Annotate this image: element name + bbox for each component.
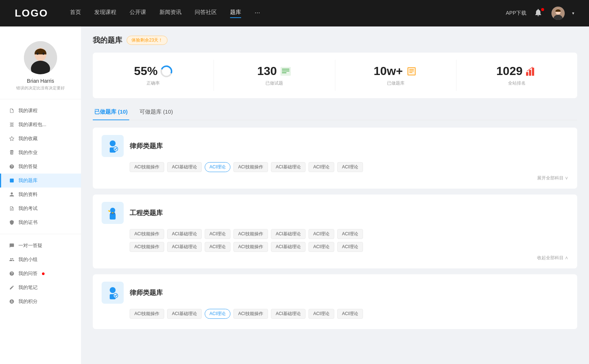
tab-done[interactable]: 已做题库 (10) — [93, 106, 129, 120]
tab-available[interactable]: 可做题库 (10) — [138, 106, 174, 120]
stat-value-rank: 1029 — [496, 64, 522, 78]
sidebar-label-my-favorites: 我的收藏 — [18, 135, 38, 142]
tag-eng-3[interactable]: ACI技能操作 — [233, 229, 268, 239]
tag-lawyer-2-1[interactable]: ACI基础理论 — [167, 309, 202, 319]
stat-label-done-s: 已做题库 — [387, 80, 405, 86]
tags-row-lawyer-1: ACI技能操作 ACI基础理论 ACI理论 ACI技能操作 ACI基础理论 AC… — [102, 162, 568, 172]
my-packages-icon — [9, 122, 15, 128]
tag-eng-0[interactable]: ACI技能操作 — [130, 229, 164, 239]
answer-badge — [42, 272, 45, 275]
svg-rect-22 — [532, 68, 534, 76]
layout: Brian Harris 错误的决定比没有决定要好 我的课程 我的课程包... … — [0, 26, 589, 364]
sidebar-item-my-packages[interactable]: 我的课程包... — [0, 118, 81, 132]
sidebar-item-my-qa[interactable]: 我的答疑 — [0, 160, 81, 174]
stats-row: 55% 正确率 130 — [93, 53, 577, 98]
sidebar-item-my-homework[interactable]: 我的作业 — [0, 146, 81, 160]
tag-lawyer-1-3[interactable]: ACI技能操作 — [233, 162, 268, 172]
star-icon — [9, 136, 15, 142]
tag-eng-1[interactable]: ACI基础理论 — [167, 229, 202, 239]
sidebar-item-my-answers[interactable]: 我的问答 — [0, 267, 81, 281]
stat-value-correctness: 55% — [134, 64, 158, 78]
question-tabs: 已做题库 (10) 可做题库 (10) — [93, 106, 577, 120]
stat-done-questions: 130 已做试题 — [214, 60, 335, 91]
tag-lawyer-1-0[interactable]: ACI技能操作 — [130, 162, 164, 172]
user-menu-chevron[interactable]: ▾ — [572, 11, 574, 16]
sidebar-item-my-certs[interactable]: 我的证书 — [0, 215, 81, 229]
nav-news[interactable]: 新闻资讯 — [159, 9, 181, 18]
sidebar-item-my-courses[interactable]: 我的课程 — [0, 104, 81, 118]
tag-eng-r2-1[interactable]: ACI基础理论 — [167, 242, 202, 252]
tag-lawyer-2-4[interactable]: ACI基础理论 — [271, 309, 306, 319]
sidebar-item-my-points[interactable]: 我的积分 — [0, 295, 81, 308]
tag-lawyer-2-5[interactable]: ACI理论 — [308, 309, 334, 319]
sidebar-label-my-notes: 我的笔记 — [18, 284, 38, 291]
nav-home[interactable]: 首页 — [70, 9, 81, 18]
nav-questions[interactable]: 题库 — [230, 9, 241, 18]
questions-icon — [9, 178, 15, 183]
sidebar-label-my-exams: 我的考试 — [18, 205, 38, 212]
stat-label-correctness: 正确率 — [147, 80, 160, 86]
sidebar-item-one-on-one[interactable]: 一对一答疑 — [0, 239, 81, 253]
stat-correctness: 55% 正确率 — [93, 60, 214, 91]
tag-lawyer-1-2[interactable]: ACI理论 — [205, 162, 230, 172]
nav-open-course[interactable]: 公开课 — [130, 9, 146, 18]
notification-bell[interactable] — [534, 8, 544, 18]
svg-point-26 — [110, 208, 115, 213]
sidebar-label-my-profile: 我的资料 — [18, 191, 38, 198]
sidebar-divider-1 — [0, 99, 81, 99]
sidebar-label-my-certs: 我的证书 — [18, 219, 38, 226]
app-download-link[interactable]: APP下载 — [506, 10, 526, 17]
tag-eng-2[interactable]: ACI理论 — [205, 229, 230, 239]
sidebar-item-my-favorites[interactable]: 我的收藏 — [0, 132, 81, 146]
trial-badge: 体验剩余23天！ — [127, 36, 167, 45]
user-avatar[interactable] — [551, 7, 565, 20]
tag-eng-r2-6[interactable]: ACI理论 — [337, 242, 363, 252]
nav-discover[interactable]: 发现课程 — [94, 9, 116, 18]
tag-eng-5[interactable]: ACI理论 — [308, 229, 334, 239]
tag-lawyer-2-3[interactable]: ACI技能操作 — [233, 309, 268, 319]
ranking-icon — [525, 65, 537, 77]
category-card-lawyer-2: 律师类题库 ACI技能操作 ACI基础理论 ACI理论 ACI技能操作 ACI基… — [93, 274, 577, 329]
category-card-engineer: 工程类题库 ACI技能操作 ACI基础理论 ACI理论 ACI技能操作 ACI基… — [93, 195, 577, 268]
sidebar-item-my-profile[interactable]: 我的资料 — [0, 188, 81, 201]
tag-lawyer-2-2[interactable]: ACI理论 — [205, 309, 230, 319]
tag-lawyer-1-4[interactable]: ACI基础理论 — [271, 162, 306, 172]
profile-icon — [9, 192, 15, 197]
stat-value-done-s: 10w+ — [374, 64, 403, 78]
sidebar-item-my-notes[interactable]: 我的笔记 — [0, 281, 81, 295]
tag-eng-r2-2[interactable]: ACI理论 — [205, 242, 230, 252]
tag-eng-r2-3[interactable]: ACI技能操作 — [233, 242, 268, 252]
svg-point-23 — [110, 140, 116, 146]
profile-name: Brian Harris — [27, 78, 54, 84]
tag-lawyer-2-0[interactable]: ACI技能操作 — [130, 309, 164, 319]
tag-lawyer-2-6[interactable]: ACI理论 — [337, 309, 363, 319]
lawyer-icon-2 — [102, 282, 124, 304]
homework-icon — [9, 150, 15, 156]
answers-icon — [9, 271, 15, 276]
tag-lawyer-1-6[interactable]: ACI理论 — [337, 162, 363, 172]
sidebar-item-my-exams[interactable]: 我的考试 — [0, 201, 81, 215]
tag-lawyer-1-5[interactable]: ACI理论 — [308, 162, 334, 172]
tag-lawyer-1-1[interactable]: ACI基础理论 — [167, 162, 202, 172]
svg-rect-27 — [110, 214, 116, 220]
cat-title-lawyer-2: 律师类题库 — [130, 288, 163, 297]
profile-section: Brian Harris 错误的决定比没有决定要好 — [0, 34, 81, 94]
sidebar-item-my-questions[interactable]: 我的题库 — [0, 174, 81, 188]
expand-link-engineer[interactable]: 收起全部科目 ∧ — [102, 255, 568, 261]
sidebar-item-my-groups[interactable]: 我的小组 — [0, 253, 81, 267]
tag-eng-6[interactable]: ACI理论 — [337, 229, 363, 239]
notification-dot — [541, 8, 544, 11]
sidebar-label-my-homework: 我的作业 — [18, 149, 38, 156]
category-card-lawyer-1: 律师类题库 ACI技能操作 ACI基础理论 ACI理论 ACI技能操作 ACI基… — [93, 128, 577, 189]
tag-eng-4[interactable]: ACI基础理论 — [271, 229, 306, 239]
nav-qa[interactable]: 问答社区 — [195, 9, 217, 18]
sidebar: Brian Harris 错误的决定比没有决定要好 我的课程 我的课程包... … — [0, 26, 81, 364]
tags-row-engineer-2: ACI技能操作 ACI基础理论 ACI理论 ACI技能操作 ACI基础理论 AC… — [102, 242, 568, 252]
tag-eng-r2-0[interactable]: ACI技能操作 — [130, 242, 164, 252]
expand-link-lawyer-1[interactable]: 展开全部科目 ∨ — [102, 175, 568, 181]
sidebar-label-one-on-one: 一对一答疑 — [18, 242, 42, 249]
tag-eng-r2-4[interactable]: ACI基础理论 — [271, 242, 306, 252]
nav-more[interactable]: ··· — [254, 9, 260, 18]
tag-eng-r2-5[interactable]: ACI理论 — [308, 242, 334, 252]
stat-value-done-q: 130 — [257, 64, 277, 78]
